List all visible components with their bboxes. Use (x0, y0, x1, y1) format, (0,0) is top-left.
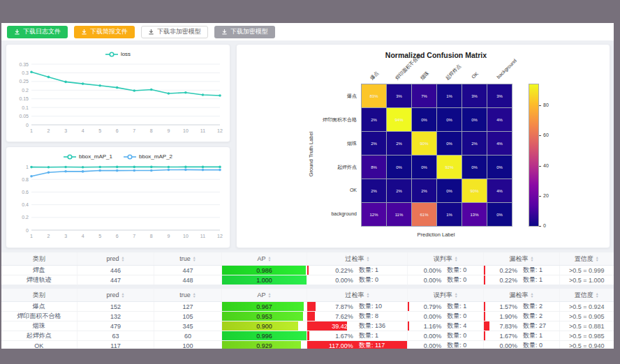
download-unencrypted-model-button[interactable]: 下载非加密模型 (141, 26, 208, 38)
download-report-file-button[interactable]: 下载简报文件 (74, 26, 135, 38)
colorbar-tick-label: 0 (543, 223, 546, 228)
matrix-cell: 8% (362, 156, 386, 179)
column-header-漏检率[interactable]: 漏检率▲▼ (484, 289, 560, 301)
loss-chart-legend: loss (12, 48, 224, 60)
sort-icon[interactable]: ▲▼ (121, 292, 125, 298)
svg-text:3: 3 (64, 234, 67, 238)
column-header-误判率[interactable]: 误判率▲▼ (408, 289, 484, 301)
cell-misjudge-rate: 0.00%数量: 0 (408, 341, 484, 349)
column-header-误判率[interactable]: 误判率▲▼ (408, 252, 484, 265)
svg-text:2: 2 (47, 234, 50, 238)
sort-icon[interactable]: ▲▼ (193, 256, 196, 261)
rate-count: 数量: 4 (447, 321, 483, 331)
cell-over-detect-rate: 1.67%数量: 1 (307, 331, 408, 340)
column-header-AP[interactable]: AP▲▼ (222, 252, 308, 265)
matrix-cell: 0% (412, 156, 436, 179)
rate-percent: 7.83% (484, 323, 517, 330)
rate-percent: 1.67% (484, 333, 517, 340)
cell-ap: 0.900 (222, 321, 308, 331)
rate-percent: 1.16% (408, 323, 441, 330)
sort-icon[interactable]: ▲▼ (193, 292, 196, 298)
table-row: OK1171000.929117.00%数量: 1170.00%数量: 00.0… (1, 341, 614, 349)
download-log-file-button[interactable]: 下载日志文件 (7, 26, 68, 38)
svg-text:0.25: 0.25 (19, 79, 29, 84)
column-header-置信度[interactable]: 置信度▲▼ (560, 252, 614, 265)
sort-icon[interactable]: ▲▼ (121, 256, 125, 261)
matrix-cell: 2% (362, 132, 386, 155)
svg-text:0.8: 0.8 (22, 177, 29, 182)
x-axis-label: Prediction Label (361, 232, 511, 238)
rate-bar (307, 302, 315, 311)
cell-pred: 132 (78, 312, 155, 321)
matrix-cell: 2% (387, 132, 411, 155)
colorbar-tick (539, 105, 541, 106)
confusion-matrix-panel: Normalized Confusion Matrix Ground Truth… (236, 44, 610, 248)
legend-marker-icon (105, 52, 118, 57)
rate-count: 数量: 1 (523, 266, 559, 275)
rate-count: 数量: 1 (523, 275, 559, 285)
column-header-过检率[interactable]: 过检率▲▼ (307, 252, 408, 265)
column-header-pred[interactable]: pred▲▼ (78, 252, 155, 265)
matrix-cell: 2% (412, 179, 436, 202)
table-row: 烟珠4793450.90039.42%数量: 1361.16%数量: 47.83… (1, 321, 614, 331)
sort-icon[interactable]: ▲▼ (530, 256, 533, 261)
cell-true: 100 (154, 341, 221, 349)
sort-icon[interactable]: ▲▼ (530, 292, 533, 298)
rate-count: 数量: 117 (359, 341, 398, 349)
sort-icon[interactable]: ▲▼ (268, 292, 272, 298)
download-encrypted-model-button[interactable]: 下载加密模型 (214, 26, 275, 38)
cell-over-detect-rate: 7.62%数量: 8 (307, 312, 408, 321)
sort-icon[interactable]: ▲▼ (455, 256, 458, 261)
column-header-漏检率[interactable]: 漏检率▲▼ (484, 252, 560, 265)
cell-pred: 479 (78, 321, 155, 331)
column-header-过检率[interactable]: 过检率▲▼ (307, 289, 408, 301)
matrix-cell: 0% (487, 203, 512, 226)
svg-text:0.4: 0.4 (22, 202, 29, 207)
matrix-cell: 3% (462, 84, 487, 107)
column-header-true[interactable]: true▲▼ (154, 289, 221, 301)
cell-category: 焊盘 (1, 266, 78, 275)
metrics-tables: 类别pred▲▼true▲▼AP▲▼过检率▲▼误判率▲▼漏检率▲▼置信度▲▼焊盘… (1, 252, 614, 349)
legend-item[interactable]: bbox_mAP_1 (64, 153, 112, 160)
rate-count: 数量: 2 (523, 312, 559, 321)
legend-label: bbox_mAP_1 (79, 153, 112, 160)
sort-icon[interactable]: ▲▼ (366, 292, 369, 298)
column-header-置信度[interactable]: 置信度▲▼ (560, 289, 614, 301)
sort-icon[interactable]: ▲▼ (366, 256, 369, 261)
matrix-row-label: OK (237, 188, 357, 192)
rate-count: 数量: 0 (447, 331, 483, 340)
cell-over-detect-rate: 117.00%数量: 117 (307, 341, 408, 349)
column-header-pred[interactable]: pred▲▼ (78, 289, 155, 301)
column-header-true[interactable]: true▲▼ (154, 252, 221, 265)
sort-icon[interactable]: ▲▼ (596, 292, 599, 298)
rate-percent: 0.00% (484, 342, 517, 349)
svg-text:0.15: 0.15 (19, 96, 29, 101)
cell-misjudge-rate: 0.79%数量: 1 (408, 302, 484, 311)
column-header-AP[interactable]: AP▲▼ (222, 289, 308, 301)
download-icon (81, 29, 87, 35)
matrix-cell: 1% (437, 203, 462, 226)
svg-text:9: 9 (167, 234, 170, 238)
confusion-matrix-plot: 83%3%7%1%3%3%2%94%0%0%0%4%2%2%90%0%2%4%8… (237, 45, 611, 249)
svg-text:7: 7 (133, 234, 135, 238)
legend-item[interactable]: bbox_mAP_2 (124, 153, 172, 160)
column-header-label: AP (258, 291, 266, 298)
rate-count: 数量: 0 (447, 341, 483, 349)
sort-icon[interactable]: ▲▼ (455, 292, 458, 298)
training-dashboard-page: 下载日志文件 下载简报文件 下载非加密模型 下载加密模型 loss 00.050… (0, 0, 620, 364)
sort-icon[interactable]: ▲▼ (268, 256, 272, 261)
column-header-label: true (179, 291, 191, 298)
column-header-label: 置信度 (575, 291, 593, 300)
cell-ap: 0.967 (222, 302, 308, 311)
rate-count: 数量: 10 (359, 302, 398, 311)
matrix-cell: 3% (387, 84, 411, 107)
dashboard-content: 下载日志文件 下载简报文件 下载非加密模型 下载加密模型 loss 00.050… (1, 23, 614, 349)
rate-percent: 39.42% (317, 323, 353, 330)
matrix-cell: 3% (487, 84, 512, 107)
cell-category: 烟珠 (1, 321, 78, 331)
sort-icon[interactable]: ▲▼ (596, 256, 599, 261)
svg-text:11: 11 (200, 128, 205, 133)
legend-item[interactable]: loss (105, 51, 131, 57)
rate-percent: 1.67% (317, 333, 353, 340)
matrix-cell: 0% (437, 132, 462, 155)
